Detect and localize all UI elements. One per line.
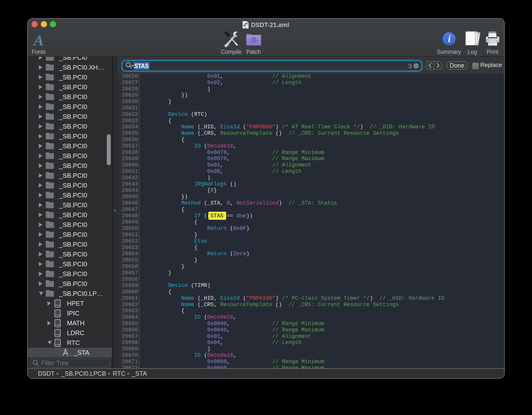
svg-text:i: i (448, 33, 451, 44)
svg-text:AML: AML (244, 27, 247, 28)
